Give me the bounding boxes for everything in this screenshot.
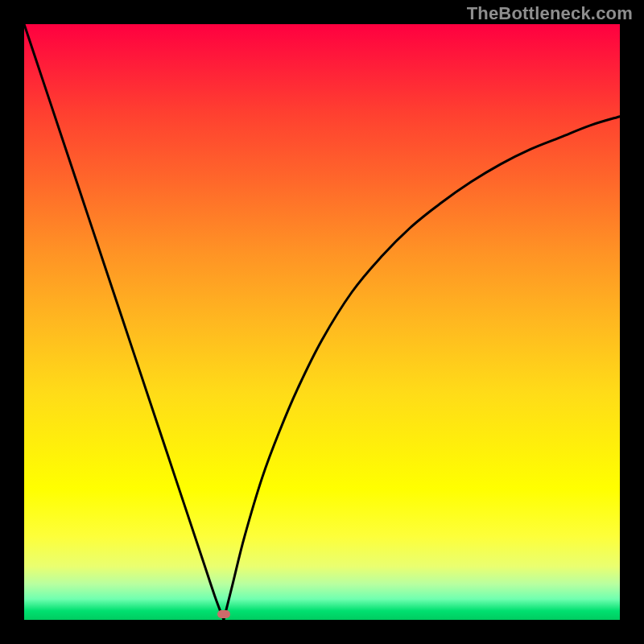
minimum-marker: [217, 610, 230, 618]
curve-svg: [24, 24, 620, 620]
chart-area: [24, 24, 620, 620]
watermark-text: TheBottleneck.com: [467, 3, 633, 24]
curve-right-branch: [224, 117, 620, 620]
curve-left-branch: [24, 24, 224, 620]
